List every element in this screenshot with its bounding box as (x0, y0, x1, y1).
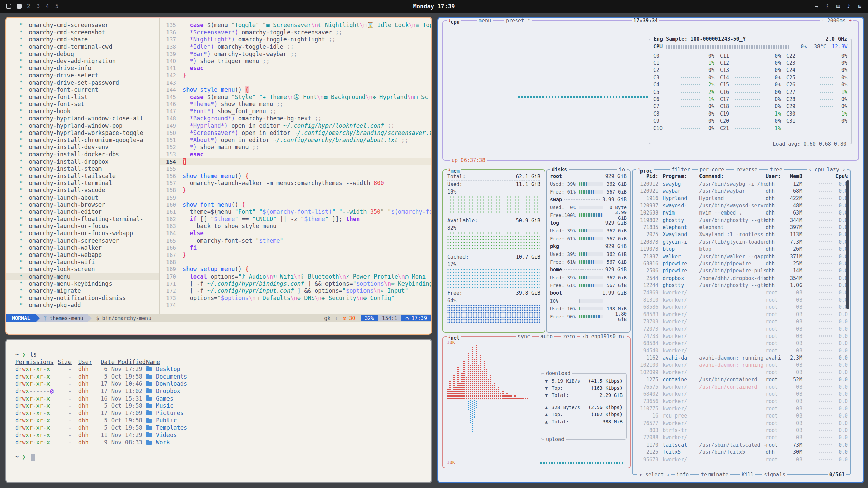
file-list-item[interactable]: *omarchy-drive-select (6, 72, 159, 79)
process-row[interactable]: 1916HyprlandHyprlanddhh422M0.0 (637, 195, 848, 202)
terminal-cursor[interactable] (31, 454, 35, 461)
file-list-item[interactable]: *omarchy-cmd-terminal-cwd (6, 43, 159, 50)
process-row[interactable]: 95673kworker/root0B0.0 (637, 456, 848, 463)
file-list-item[interactable]: *omarchy-debug (6, 50, 159, 58)
process-row[interactable]: 68402kworker/root0B0.0 (637, 390, 848, 398)
bluetooth-icon[interactable]: ᛒ (826, 3, 829, 9)
file-list-item[interactable]: *omarchy-hyprland-window-pop (6, 122, 159, 129)
file-list-item[interactable]: *omarchy-launch-floating-terminal- (6, 216, 159, 223)
process-row[interactable]: 1275containe/usr/bin/containerdroot52M0.… (637, 376, 848, 383)
process-row[interactable]: 68583kworker/root0B0.0 (637, 311, 848, 318)
process-row[interactable]: 74869kworker/root0B0.0 (637, 289, 848, 296)
file-list-item[interactable]: *omarchy-install-terminal (6, 180, 159, 187)
cpu-box-tag[interactable]: 1cpu (447, 18, 461, 25)
file-list-item[interactable]: *omarchy-hyprland-window-close-all (6, 115, 159, 122)
file-list-item[interactable]: *omarchy-launch-editor (6, 208, 159, 216)
process-row[interactable]: 63816pipewire/usr/bin/pipewiredhh25M0.0 (637, 260, 848, 267)
process-row[interactable]: 119078btopbtopdhh26M0.0 (637, 246, 848, 253)
file-list-item[interactable]: *omarchy-launch-about (6, 194, 159, 201)
net-zero-button[interactable]: zero (561, 333, 577, 340)
file-list-item[interactable]: *omarchy-font-current (6, 86, 159, 94)
file-list-item[interactable]: *omarchy-hyprland-workspace-toggle (6, 129, 159, 137)
file-list-item[interactable]: *omarchy-cmd-screensaver (6, 22, 159, 29)
process-row[interactable]: 81310kworker/root0B0.0 (637, 296, 848, 303)
process-row[interactable]: 2125fcitx5/usr/bin/fcitx5dhh30M0.0 (637, 448, 848, 455)
file-list-item[interactable]: *omarchy-launch-webapp (6, 251, 159, 259)
workspace-icon-active[interactable] (6, 4, 11, 9)
file-list-item[interactable]: *omarchy-font-list (6, 94, 159, 101)
file-list-item[interactable]: *omarchy-drive-info (6, 65, 159, 72)
workspace-4[interactable]: 4 (46, 3, 49, 9)
process-row[interactable]: 110775kworker/root0B0.0 (637, 405, 848, 412)
file-list-item[interactable]: *omarchy-launch-screensaver (6, 237, 159, 244)
process-row[interactable]: 76577kworker/root0B0.0 (637, 420, 848, 427)
process-row[interactable]: 68584kworker/root0B0.0 (637, 340, 848, 347)
workspace-3[interactable]: 3 (37, 3, 40, 9)
apps-icon[interactable]: ⊞ (858, 3, 861, 9)
file-list-item[interactable]: *omarchy-launch-walker (6, 244, 159, 251)
file-list-item[interactable]: *omarchy-drive-set-password (6, 79, 159, 86)
signals-button[interactable]: signals (762, 471, 787, 478)
file-list-item[interactable]: *omarchy-install-tailscale (6, 172, 159, 180)
file-list-item[interactable]: *omarchy-install-vscode (6, 187, 159, 194)
process-row[interactable]: 73703kworker/root0B0.0 (637, 318, 848, 325)
process-row[interactable]: 102100kworker/avahi-daemon: running [roo… (637, 362, 848, 369)
code-editor[interactable]: 135 case $(menu "Toggle" "▣ Screensaver\… (160, 18, 431, 314)
volume-icon[interactable]: ♪ (847, 3, 851, 9)
file-list-item[interactable]: *omarchy-launch-wifi (6, 259, 159, 266)
process-row[interactable]: 803btrfs-trroot0B0.0 (637, 427, 848, 434)
workspace-icon-occupied[interactable] (17, 4, 22, 9)
net-auto-button[interactable]: auto (539, 333, 554, 340)
process-row[interactable]: 2075XwaylandXwayland :1 -rootless -dhh11… (637, 231, 848, 238)
file-list-item[interactable]: *omarchy-dev-add-migration (6, 58, 159, 65)
process-row[interactable]: 74733kworker/root0B0.0 (637, 332, 848, 340)
command-line[interactable] (6, 322, 431, 334)
file-list-item[interactable]: *omarchy-pkg-add (6, 302, 159, 309)
file-list-item[interactable]: *omarchy-lock-screen (6, 266, 159, 273)
process-scrollbar[interactable] (846, 180, 849, 309)
file-list-item[interactable]: *omarchy-install-dev-env (6, 144, 159, 151)
process-row[interactable]: 2506pipewire/usr/bin/pipewire-pulsedhh14… (637, 267, 848, 274)
net-sync-button[interactable]: sync (516, 333, 532, 340)
workspace-2[interactable]: 2 (27, 3, 31, 9)
select-control[interactable]: ↑ select ↓ (637, 471, 671, 478)
terminate-button[interactable]: terminate (699, 471, 730, 478)
process-row[interactable]: 102638nvimnvim --embed .dhh63M0.0 (637, 209, 848, 217)
file-list-item[interactable]: *omarchy-migrate (6, 287, 159, 294)
process-row[interactable]: 119802ghostty/usr/bin/ghostty --gtk-dhh3… (637, 217, 848, 224)
file-list-item[interactable]: *omarchy-install-chromium-google-a (6, 137, 159, 144)
process-row[interactable]: 120937swayosd-/usr/bin/swayosd-serverdhh… (637, 202, 848, 209)
process-row[interactable]: 73656kworker/root0B0.0 (637, 398, 848, 405)
preset-button[interactable]: preset * (504, 18, 532, 24)
file-list-item[interactable]: *omarchy-cmd-screenshot (6, 29, 159, 36)
kill-button[interactable]: Kill (740, 471, 755, 478)
file-list-item[interactable]: *omarchy-launch-or-focus-webapp (6, 230, 159, 237)
process-row[interactable]: 94540kworker/root0B0.0 (637, 347, 848, 354)
file-list[interactable]: *omarchy-cmd-screensaver*omarchy-cmd-scr… (6, 18, 160, 314)
prompt-line[interactable]: ~ ❯ (15, 453, 431, 461)
file-list-item[interactable]: *omarchy-hook (6, 108, 159, 115)
update-interval-control[interactable]: - 2000ms + (820, 18, 853, 24)
process-row[interactable]: 120921waybar/usr/bin/waybardhh68M0.0 (637, 187, 848, 195)
file-list-item[interactable]: *omarchy-install-steam (6, 165, 159, 172)
file-list-item[interactable]: *omarchy-font-set (6, 101, 159, 108)
file-list-item[interactable]: *omarchy-cmd-share (6, 36, 159, 43)
process-row[interactable]: 68586kworker/root0B0.0 (637, 304, 848, 311)
process-row[interactable]: 1170tailscal/usr/sbin/tailscaled --root7… (637, 441, 848, 448)
info-button[interactable]: info (675, 471, 690, 478)
file-list-item[interactable]: *omarchy-launch-or-focus (6, 223, 159, 230)
process-row[interactable]: 71835elephantelephantdhh397M0.0 (637, 224, 848, 231)
process-row[interactable]: 72088kworker/root0B0.0 (637, 434, 848, 441)
net-interface-selector[interactable]: ‹b enp191s0 n› (580, 333, 627, 340)
menu-button[interactable]: menu (477, 18, 493, 24)
screencast-icon[interactable]: ⇥ (815, 3, 818, 9)
process-row[interactable]: 76575kworker//usr/bin/containerdroot0B0.… (637, 383, 848, 390)
process-row[interactable]: 120878glycin-i/usr/lib/glycin-loadersdhh… (637, 238, 848, 245)
keyboard-icon[interactable]: ▤ (836, 3, 840, 9)
process-row[interactable]: 12244ghostty/usr/bin/ghostty --gtk-dhh1.… (637, 282, 848, 289)
file-list-item[interactable]: *omarchy-install-dropbox (6, 158, 159, 165)
process-row[interactable]: 72073kworker/root0B0.0 (637, 325, 848, 332)
process-row[interactable]: 2544dropbox/home/dhh/.dropbox-distdhh354… (637, 274, 848, 282)
workspace-5[interactable]: 5 (55, 3, 59, 9)
process-row[interactable]: 120912swaybg/usr/bin/swaybg -i /homdhh12… (637, 180, 848, 187)
